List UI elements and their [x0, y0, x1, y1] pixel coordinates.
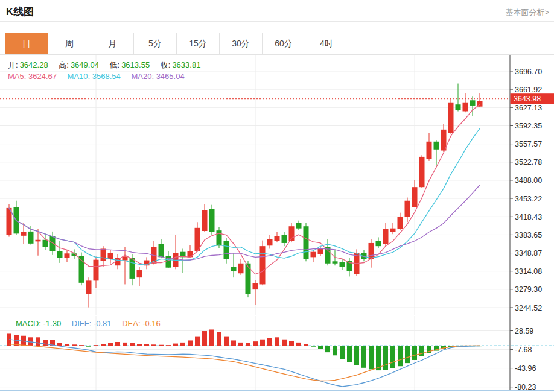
candle[interactable] [340, 259, 345, 270]
axis-label: 3557.57 [515, 140, 542, 148]
axis-label: 3627.13 [515, 104, 542, 112]
candle[interactable] [253, 280, 258, 305]
macd-bar [383, 346, 388, 370]
macd-bar [188, 340, 193, 346]
macd-bar [217, 332, 221, 346]
candle[interactable] [195, 222, 200, 251]
macd-bar [180, 343, 185, 346]
macd-bar [231, 340, 236, 346]
candle[interactable] [470, 96, 476, 116]
kline-page: K线图 基本面分析> 日 周 月 5分 15分 30分 60分 4时 3696.… [0, 0, 554, 392]
axis-label: 3314.08 [515, 267, 542, 276]
macd-bar [296, 343, 301, 346]
tab-4hour[interactable]: 4时 [305, 33, 348, 54]
macd-bar [166, 345, 171, 346]
candle[interactable] [347, 258, 352, 276]
candle[interactable] [275, 232, 280, 242]
ma5-line [9, 104, 480, 274]
tab-month[interactable]: 月 [91, 33, 134, 54]
tab-60min[interactable]: 60分 [263, 33, 305, 54]
macd-bar [79, 345, 84, 346]
candle[interactable] [72, 249, 77, 259]
macd-bar [246, 343, 250, 346]
candle[interactable] [108, 250, 113, 264]
candle[interactable] [456, 84, 461, 112]
macd-bar [65, 344, 69, 346]
candle[interactable] [390, 223, 396, 234]
candle[interactable] [21, 223, 27, 244]
macd-bar [137, 344, 142, 346]
candle[interactable] [448, 98, 454, 134]
candle[interactable] [376, 237, 381, 248]
candle[interactable] [419, 155, 425, 188]
candle[interactable] [79, 253, 84, 286]
candle[interactable] [427, 133, 432, 161]
candle[interactable] [311, 250, 316, 262]
kline-chart[interactable]: 3696.703661.923627.133592.353557.573522.… [0, 0, 554, 392]
ma-legend: MA5: 3624.67 MA10: 3568.54 MA20: 3465.04 [8, 72, 193, 81]
candle[interactable] [289, 223, 295, 242]
macd-bar [311, 346, 316, 347]
macd-bar [101, 344, 106, 346]
macd-bar [130, 343, 135, 346]
axis-label: -43.96 [515, 364, 536, 373]
candle[interactable] [57, 241, 63, 262]
macd-bar [43, 340, 48, 346]
macd-bar [267, 338, 272, 346]
candle[interactable] [7, 204, 12, 237]
candle[interactable] [477, 93, 483, 107]
candle[interactable] [405, 198, 410, 223]
candle[interactable] [238, 259, 244, 275]
candle[interactable] [137, 267, 142, 286]
axis-label: 3696.70 [515, 68, 542, 76]
candle[interactable] [318, 247, 323, 256]
candle[interactable] [369, 239, 374, 268]
candle[interactable] [282, 232, 287, 246]
candle[interactable] [260, 241, 266, 286]
candle[interactable] [412, 180, 418, 207]
tab-30min[interactable]: 30分 [220, 33, 263, 54]
macd-bar [57, 343, 62, 346]
candle[interactable] [86, 277, 92, 307]
low-value: 3613.55 [121, 60, 150, 69]
candle[interactable] [209, 205, 215, 235]
macd-bar [361, 346, 366, 368]
candle[interactable] [144, 257, 150, 269]
candle[interactable] [296, 221, 302, 230]
candle[interactable] [173, 235, 179, 269]
candle[interactable] [28, 226, 34, 244]
candle[interactable] [224, 238, 229, 263]
ohlc-legend: 开:3642.28 高:3649.04 低:3613.55 收:3633.81 [8, 60, 209, 71]
dea-value: -0.16 [142, 319, 161, 328]
macd-bar [224, 337, 229, 346]
macd-bar [325, 346, 330, 352]
tab-day[interactable]: 日 [5, 33, 48, 54]
candle[interactable] [267, 235, 273, 249]
tab-5min[interactable]: 5分 [134, 33, 177, 54]
axis-label: 3592.35 [515, 122, 542, 130]
macd-bar [238, 343, 243, 346]
candle[interactable] [202, 204, 208, 232]
candle[interactable] [463, 93, 468, 112]
diff-label: DIFF: [72, 319, 92, 328]
dea-label: DEA: [122, 319, 140, 328]
candle[interactable] [65, 250, 70, 262]
tab-week[interactable]: 周 [48, 33, 91, 54]
axis-label: -80.23 [515, 383, 536, 391]
macd-bar [347, 346, 352, 362]
candle[interactable] [43, 233, 48, 250]
ma5-label: MA5: [8, 72, 26, 81]
axis-label: 3453.22 [515, 195, 542, 203]
candle[interactable] [159, 239, 164, 258]
axis-label: 3522.78 [515, 158, 542, 166]
macd-bar [333, 346, 337, 355]
high-value: 3649.04 [71, 60, 99, 69]
macd-bar [260, 340, 265, 346]
tab-15min[interactable]: 15分 [177, 33, 220, 54]
candle[interactable] [398, 213, 403, 230]
candle[interactable] [94, 256, 99, 288]
macd-label: MACD: [16, 319, 41, 328]
candle[interactable] [304, 223, 309, 261]
candle[interactable] [383, 223, 389, 247]
candle[interactable] [231, 253, 237, 277]
